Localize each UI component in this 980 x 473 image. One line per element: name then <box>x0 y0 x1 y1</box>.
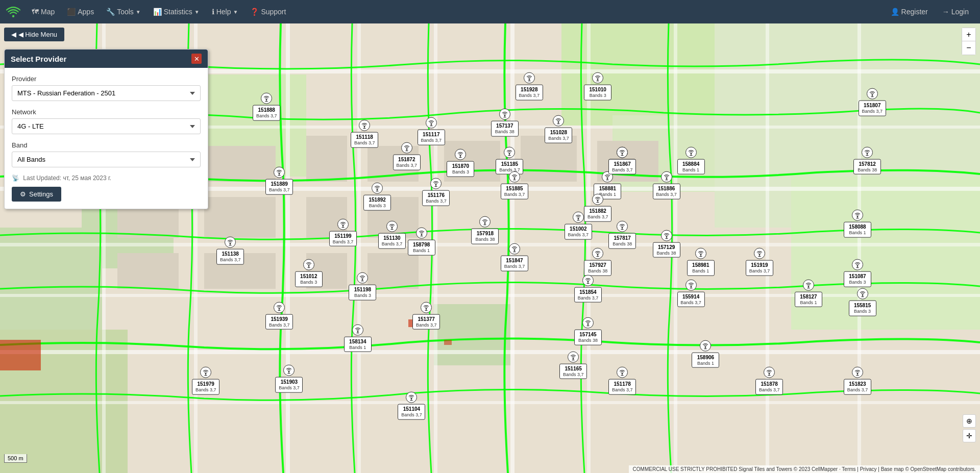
svg-rect-20 <box>286 23 290 473</box>
tower-marker[interactable]: 151886 Bands 3,7 <box>653 171 680 200</box>
tower-marker[interactable]: 151087 Bands 3 <box>844 259 871 287</box>
tower-marker[interactable]: 158134 Bands 1 <box>344 324 372 352</box>
map-container[interactable]: ◀ ◀ Hide Menu Select Provider ✕ Provider… <box>0 23 980 473</box>
tower-bands: Bands 3,7 <box>195 387 216 393</box>
login-button[interactable]: → Login <box>937 5 974 19</box>
tower-marker[interactable]: 158981 Bands 1 <box>687 248 715 276</box>
nav-help[interactable]: ℹ Help ▼ <box>207 5 243 19</box>
login-label: Login <box>951 8 969 16</box>
tower-marker[interactable]: 151939 Bands 3,7 <box>265 302 293 330</box>
nav-apps[interactable]: ⬛ Apps <box>62 5 99 19</box>
register-button[interactable]: 👤 Register <box>886 5 933 19</box>
brand-logo[interactable] <box>6 5 20 19</box>
tower-info: 157927 Bands 38 <box>584 260 611 276</box>
tower-marker[interactable]: 155914 Bands 3,7 <box>677 279 705 307</box>
tower-marker[interactable]: 151847 Bands 3,7 <box>501 243 528 271</box>
tower-marker[interactable]: 155815 Bands 3 <box>849 288 876 316</box>
tower-id: 151870 <box>450 163 471 169</box>
tower-marker[interactable]: 157129 Bands 38 <box>653 230 680 258</box>
tower-id: 158906 <box>695 354 716 360</box>
tower-id: 151979 <box>195 381 216 387</box>
tower-marker[interactable]: 151919 Bands 3,7 <box>746 248 773 276</box>
tower-marker[interactable]: 158127 Bands 1 <box>795 279 822 307</box>
tower-marker[interactable]: 151165 Bands 3,7 <box>559 351 587 379</box>
network-select[interactable]: 4G - LTE <box>12 118 201 134</box>
tower-info: 151087 Bands 3 <box>844 271 871 287</box>
tower-marker[interactable]: 157812 Bands 38 <box>853 146 881 175</box>
tower-marker[interactable]: 151104 Bands 3,7 <box>398 392 425 420</box>
nav-map-label: Map <box>41 8 55 16</box>
tower-marker[interactable]: 151185 Bands 3,7 <box>496 146 523 175</box>
tower-marker[interactable]: 151118 Bands 3,7 <box>351 120 378 148</box>
tower-info: 151872 Bands 3,7 <box>393 155 421 170</box>
tower-marker[interactable]: 157145 Bands 38 <box>574 317 602 345</box>
tower-marker[interactable]: 151878 Bands 3,7 <box>755 367 783 395</box>
tower-icon <box>553 115 564 127</box>
crosshair-tool-button[interactable]: ✛ <box>963 429 976 442</box>
tower-marker[interactable]: 151885 Bands 3,7 <box>501 171 528 200</box>
tower-icon <box>359 120 370 131</box>
tower-marker[interactable]: 158884 Bands 1 <box>677 146 705 175</box>
zoom-out-button[interactable]: − <box>962 41 975 55</box>
tower-marker[interactable]: 158088 Bands 1 <box>844 210 871 238</box>
tower-marker[interactable]: 151117 Bands 3,7 <box>418 117 445 145</box>
tower-marker[interactable]: 157137 Bands 38 <box>491 108 519 136</box>
nav-map[interactable]: 🗺 Map <box>27 5 60 19</box>
tower-bands: Bands 3,7 <box>504 192 525 198</box>
tower-marker[interactable]: 151198 Bands 3 <box>349 272 376 301</box>
panel-close-button[interactable]: ✕ <box>191 54 202 64</box>
nav-support[interactable]: ❓ Support <box>245 5 291 19</box>
tower-bands: Bands 38 <box>856 167 878 173</box>
tower-marker[interactable]: 151823 Bands 3,7 <box>844 367 871 395</box>
tower-marker[interactable]: 151002 Bands 3,7 <box>565 212 592 240</box>
tower-marker[interactable]: 151130 Bands 3,7 <box>378 221 406 249</box>
tower-marker[interactable]: 158798 Bands 1 <box>408 228 435 256</box>
band-select[interactable]: All Bands <box>12 152 201 167</box>
tower-marker[interactable]: 151176 Bands 3,7 <box>422 178 450 206</box>
tower-marker[interactable]: 151028 Bands 3,7 <box>545 115 572 143</box>
tower-marker[interactable]: 151807 Bands 3,7 <box>859 88 886 116</box>
tower-bands: Bands 3,7 <box>256 113 277 119</box>
zoom-in-button[interactable]: + <box>962 28 975 41</box>
tower-id: 151130 <box>381 235 403 241</box>
tower-info: 151889 Bands 3,7 <box>265 179 293 195</box>
last-updated-text: Last Updated: чт, 25 мая 2023 г. <box>23 175 111 182</box>
tower-marker[interactable]: 151870 Bands 3 <box>447 149 474 177</box>
tower-marker[interactable]: 151010 Bands 3 <box>584 72 611 101</box>
map-tools-right: ⊕ ✛ <box>963 414 976 442</box>
settings-button[interactable]: ⚙ Settings <box>12 187 61 202</box>
tower-marker[interactable]: 151903 Bands 3,7 <box>275 365 303 393</box>
svg-rect-17 <box>0 401 980 404</box>
hide-menu-button[interactable]: ◀ ◀ Hide Menu <box>4 28 64 41</box>
tower-marker[interactable]: 158906 Bands 1 <box>692 340 719 368</box>
tower-marker[interactable]: 157918 Bands 38 <box>471 216 499 244</box>
tower-icon <box>261 93 272 104</box>
tower-marker[interactable]: 151979 Bands 3,7 <box>192 367 219 395</box>
tower-marker[interactable]: 151888 Bands 3,7 <box>253 93 280 121</box>
tower-marker[interactable]: 157817 Bands 38 <box>608 221 636 249</box>
tower-marker[interactable]: 151872 Bands 3,7 <box>393 142 421 170</box>
nav-tools[interactable]: 🔧 Tools ▼ <box>101 5 146 19</box>
provider-select[interactable]: MTS - Russian Federation - 2501 <box>12 85 201 101</box>
tower-marker[interactable]: 151928 Bands 3,7 <box>516 72 543 101</box>
tower-marker[interactable]: 151889 Bands 3,7 <box>265 167 293 195</box>
tower-marker[interactable]: 151892 Bands 3 <box>363 183 391 211</box>
tower-marker[interactable]: 151867 Bands 3,7 <box>608 146 636 175</box>
settings-label: Settings <box>29 190 53 198</box>
tower-marker[interactable]: 157927 Bands 38 <box>584 248 611 276</box>
nav-statistics[interactable]: 📊 Statistics ▼ <box>148 5 205 19</box>
tower-marker[interactable]: 151199 Bands 3,7 <box>329 218 357 246</box>
tower-id: 151377 <box>415 315 437 322</box>
tower-info: 151377 Bands 3,7 <box>412 314 440 330</box>
apps-icon: ⬛ <box>67 8 76 16</box>
tower-bands: Bands 38 <box>577 338 599 344</box>
tower-marker[interactable]: 151178 Bands 3,7 <box>608 367 636 395</box>
tower-id: 157145 <box>577 331 599 338</box>
tower-marker[interactable]: 151854 Bands 3,7 <box>574 275 602 303</box>
location-tool-button[interactable]: ⊕ <box>963 414 976 428</box>
tower-marker[interactable]: 151138 Bands 3,7 <box>216 237 244 265</box>
tower-marker[interactable]: 151377 Bands 3,7 <box>412 302 440 330</box>
tower-id: 157817 <box>611 235 633 241</box>
tower-marker[interactable]: 151012 Bands 3 <box>295 259 323 287</box>
tower-bands: Bands 3 <box>352 293 373 299</box>
